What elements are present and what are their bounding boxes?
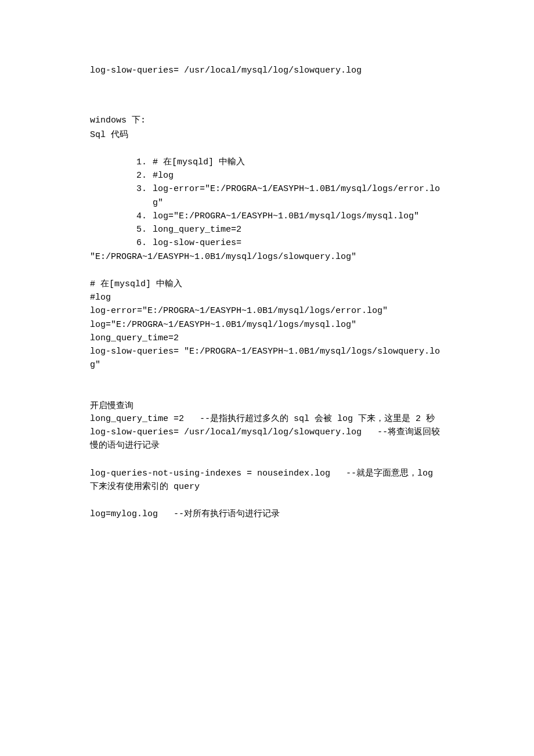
spacer bbox=[90, 142, 444, 156]
list-item: log="E:/PROGRA~1/EASYPH~1.0B1/mysql/logs… bbox=[136, 210, 444, 223]
slow-query-heading: 开启慢查询 bbox=[90, 399, 444, 412]
windows-heading: windows 下: bbox=[90, 113, 444, 127]
list-item: # 在[mysqld] 中輸入 bbox=[136, 156, 444, 169]
spacer bbox=[90, 453, 444, 467]
line-top: log-slow-queries= /usr/local/mysql/log/s… bbox=[90, 64, 444, 77]
code-line: long_query_time=2 bbox=[90, 332, 444, 345]
code-line: log-slow-queries= "E:/PROGRA~1/EASYPH~1.… bbox=[90, 345, 444, 372]
list-item: #log bbox=[136, 169, 444, 182]
code-list-continuation: "E:/PROGRA~1/EASYPH~1.0B1/mysql/logs/slo… bbox=[90, 250, 444, 264]
code-line: log-slow-queries= /usr/local/mysql/log/s… bbox=[90, 426, 444, 453]
sql-label: Sql 代码 bbox=[90, 128, 444, 142]
code-line: # 在[mysqld] 中輸入 bbox=[90, 278, 444, 291]
code-line: log="E:/PROGRA~1/EASYPH~1.0B1/mysql/logs… bbox=[90, 318, 444, 332]
spacer bbox=[90, 77, 444, 113]
sql-label-text: Sql 代码 bbox=[90, 130, 128, 140]
code-line: log-queries-not-using-indexes = nouseind… bbox=[90, 467, 444, 494]
list-item: log-error="E:/PROGRA~1/EASYPH~1.0B1/mysq… bbox=[136, 182, 444, 210]
windows-heading-text: windows 下: bbox=[90, 116, 146, 125]
code-line: log=mylog.log --对所有执行语句进行记录 bbox=[90, 507, 444, 521]
code-line: long_query_time =2 --是指执行超过多久的 sql 会被 lo… bbox=[90, 412, 444, 426]
list-item: long_query_time=2 bbox=[136, 223, 444, 236]
code-list: # 在[mysqld] 中輸入 #log log-error="E:/PROGR… bbox=[136, 156, 444, 250]
spacer bbox=[90, 494, 444, 507]
code-line: log-error="E:/PROGRA~1/EASYPH~1.0B1/mysq… bbox=[90, 304, 444, 318]
spacer bbox=[90, 264, 444, 278]
spacer bbox=[90, 372, 444, 399]
list-item: log-slow-queries= bbox=[136, 236, 444, 250]
code-line: #log bbox=[90, 291, 444, 304]
